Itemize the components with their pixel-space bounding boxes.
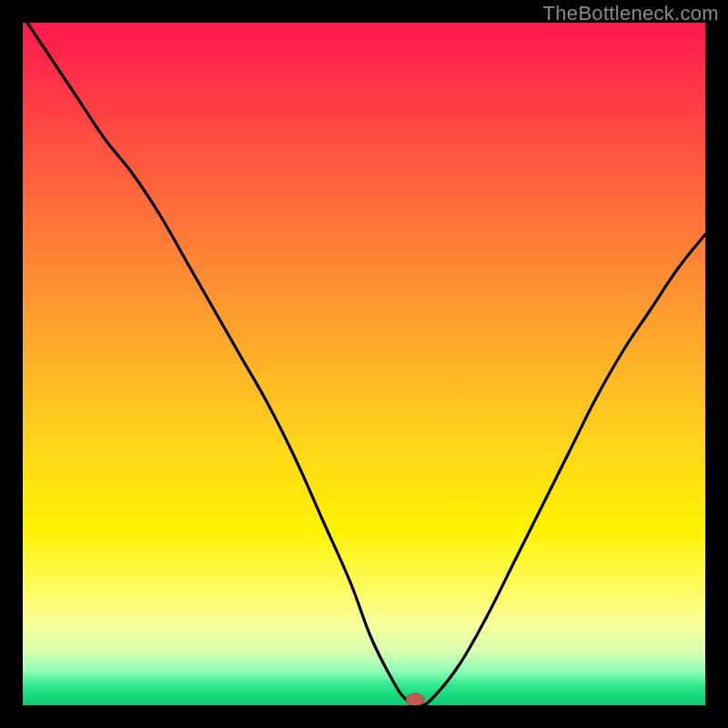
chart-frame: TheBottleneck.com (0, 0, 728, 728)
chart-plot-area (23, 23, 705, 705)
chart-svg (23, 23, 705, 705)
optimum-marker (406, 693, 424, 705)
bottleneck-curve (23, 23, 705, 705)
